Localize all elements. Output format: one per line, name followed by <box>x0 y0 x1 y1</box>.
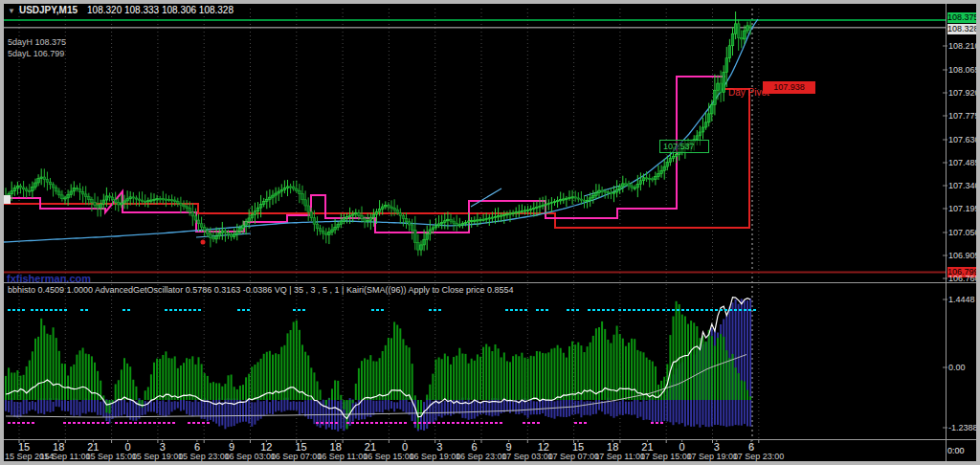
time-hour-label-far: 0:00 <box>947 446 965 455</box>
breakout-price-box[interactable]: 107.537 <box>659 140 709 153</box>
price-tag-5day-high: 108.375 <box>947 12 976 23</box>
ohlc-quote: 108.320 108.333 108.306 108.328 <box>87 5 234 15</box>
window-frame-left <box>0 0 4 465</box>
chart-title-bar: ▼USDJPY,M15108.320 108.333 108.306 108.3… <box>8 5 234 15</box>
time-axis[interactable]: 1518210369121518210369121518210360:0015 … <box>4 440 976 461</box>
main-chart[interactable] <box>0 0 980 465</box>
symbol-timeframe-label: USDJPY,M15 <box>19 5 78 15</box>
price-tick-label: 106.760 <box>948 274 980 283</box>
price-tick-label: 107.775 <box>948 111 980 121</box>
window-frame-right <box>976 0 980 465</box>
five-day-high-label: 5dayH 108.375 <box>8 37 66 47</box>
window-frame-top <box>0 0 980 4</box>
price-tag-current: 108.328 <box>947 24 976 34</box>
price-tick-label: 108.210 <box>948 41 980 51</box>
left-edge-price-marker <box>4 195 11 204</box>
symbol-dropdown-icon[interactable]: ▼ <box>8 7 15 15</box>
indicator-info-label: bbhisto 0.4509 1.0000 AdvancedGetOscilla… <box>8 285 514 295</box>
window-frame-bottom <box>0 461 980 465</box>
five-day-low-label: 5dayL 106.799 <box>8 49 64 58</box>
price-tick-label: 107.920 <box>948 88 980 98</box>
indicator-axis-label: -1.2388 <box>948 423 978 432</box>
indicator-axis-label: 0.00 <box>948 363 966 372</box>
price-tick-label: 107.340 <box>948 181 980 190</box>
price-tick-label: 107.050 <box>948 228 980 237</box>
watermark: fxfisherman.com <box>7 273 91 284</box>
price-tick-label: 108.065 <box>948 65 980 75</box>
indicator-axis-label: 1.4448 <box>948 295 975 304</box>
price-axis[interactable]: 108.375 108.328 106.799 108.210108.06510… <box>947 4 976 461</box>
price-tick-label: 106.905 <box>948 251 980 260</box>
price-tick-label: 107.195 <box>948 204 980 213</box>
mt4-chart-window: ▼USDJPY,M15108.320 108.333 108.306 108.3… <box>0 0 980 465</box>
price-tick-label: 107.485 <box>948 158 980 167</box>
day-pivot-price-tag: 107.938 <box>763 81 815 94</box>
time-date-label: 17 Sep 23:00 <box>725 452 792 461</box>
price-tick-label: 107.630 <box>948 135 980 144</box>
